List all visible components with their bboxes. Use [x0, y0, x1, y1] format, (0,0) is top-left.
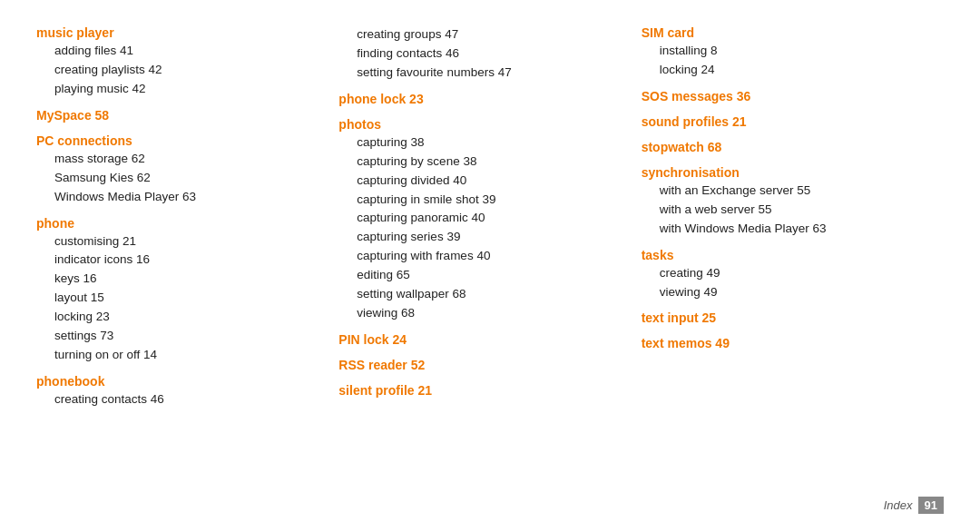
heading-silent-profile: silent profile 21 — [338, 383, 632, 398]
footer-label: Index — [884, 498, 913, 512]
heading-text-memos: text memos 49 — [642, 336, 935, 350]
heading-pin-lock: PIN lock 24 — [338, 332, 632, 347]
index-sub-entry: capturing in smile shot 39 — [338, 191, 632, 210]
index-sub-entry: Windows Media Player 63 — [36, 188, 329, 207]
index-sub-entry: locking 23 — [36, 308, 329, 327]
heading-phonebook: phonebook — [36, 374, 329, 389]
index-sub-entry: finding contacts 46 — [338, 44, 632, 64]
index-sub-entry: capturing with frames 40 — [338, 247, 632, 266]
column-1: music playeradding files 41creating play… — [36, 25, 338, 489]
heading-phone-lock: phone lock 23 — [338, 92, 632, 106]
index-sub-entry: with an Exchange server 55 — [642, 182, 935, 201]
index-sub-entry: capturing divided 40 — [338, 172, 632, 191]
heading-myspace: MySpace 58 — [36, 108, 329, 123]
index-sub-entry: mass storage 62 — [36, 150, 329, 169]
index-sub-entry: editing 65 — [338, 266, 632, 285]
heading-tasks: tasks — [642, 248, 935, 262]
index-sub-entry: locking 24 — [642, 61, 935, 80]
index-sub-entry: Samsung Kies 62 — [36, 169, 329, 188]
heading-sound-profiles: sound profiles 21 — [642, 114, 935, 129]
heading-music-player: music player — [36, 25, 329, 40]
heading-stopwatch: stopwatch 68 — [642, 140, 935, 154]
index-sub-entry: creating contacts 46 — [36, 390, 329, 409]
index-sub-entry: capturing panoramic 40 — [338, 209, 632, 228]
index-sub-entry: viewing 49 — [642, 283, 935, 302]
index-sub-entry: playing music 42 — [36, 80, 329, 99]
index-sub-entry: settings 73 — [36, 327, 329, 346]
footer: Index 91 — [36, 489, 944, 514]
page: music playeradding files 41creating play… — [0, 0, 980, 532]
index-sub-entry: capturing by scene 38 — [338, 153, 632, 172]
heading-rss-reader: RSS reader 52 — [338, 358, 632, 372]
index-sub-entry: with a web server 55 — [642, 201, 935, 220]
index-sub-entry: setting wallpaper 68 — [338, 285, 632, 304]
index-sub-entry: layout 15 — [36, 289, 329, 308]
index-sub-entry: creating groups 47 — [338, 25, 632, 44]
index-sub-entry: setting favourite numbers 47 — [338, 64, 632, 83]
columns: music playeradding files 41creating play… — [36, 25, 944, 489]
index-sub-entry: adding files 41 — [36, 42, 329, 61]
heading-text-input: text input 25 — [642, 310, 935, 325]
index-sub-entry: indicator icons 16 — [36, 251, 329, 270]
index-sub-entry: capturing series 39 — [338, 228, 632, 247]
heading-pc-connections: PC connections — [36, 133, 329, 148]
index-sub-entry: installing 8 — [642, 42, 935, 61]
index-sub-entry: creating playlists 42 — [36, 61, 329, 80]
heading-sim-card: SIM card — [642, 25, 935, 40]
footer-page: 91 — [918, 497, 944, 514]
heading-photos: photos — [338, 117, 632, 132]
heading-synchronisation: synchronisation — [642, 165, 935, 180]
index-sub-entry: capturing 38 — [338, 133, 632, 153]
index-sub-entry: keys 16 — [36, 270, 329, 289]
index-sub-entry: customising 21 — [36, 232, 329, 251]
index-sub-entry: creating 49 — [642, 264, 935, 283]
column-2: creating groups 47finding contacts 46set… — [338, 25, 641, 489]
index-sub-entry: viewing 68 — [338, 304, 632, 323]
index-sub-entry: with Windows Media Player 63 — [642, 220, 935, 239]
heading-sos-messages: SOS messages 36 — [642, 89, 935, 103]
column-3: SIM cardinstalling 8locking 24SOS messag… — [642, 25, 944, 489]
index-sub-entry: turning on or off 14 — [36, 346, 329, 365]
heading-phone: phone — [36, 216, 329, 231]
